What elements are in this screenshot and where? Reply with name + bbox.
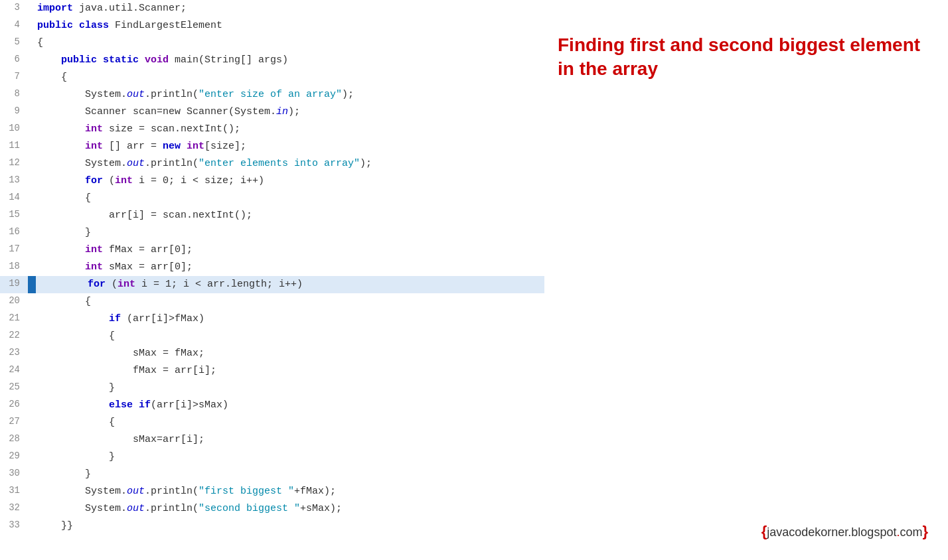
token: +fMax); bbox=[294, 486, 336, 497]
code-line: 5{ bbox=[0, 35, 544, 52]
line-marker bbox=[25, 121, 33, 138]
line-marker bbox=[25, 500, 33, 518]
line-marker bbox=[25, 173, 33, 190]
token: int bbox=[118, 279, 135, 290]
line-marker bbox=[25, 69, 33, 86]
line-number: 26 bbox=[0, 397, 25, 414]
code-line: 4public class FindLargestElement bbox=[0, 17, 544, 35]
line-content: sMax = fMax; bbox=[33, 345, 544, 362]
line-number: 13 bbox=[0, 173, 25, 190]
line-marker bbox=[25, 138, 33, 155]
line-content: if (arr[i]>fMax) bbox=[33, 311, 544, 328]
line-number: 12 bbox=[0, 155, 25, 173]
token: "first biggest " bbox=[198, 486, 294, 497]
token: { bbox=[37, 296, 91, 307]
token: fMax = arr[0]; bbox=[103, 244, 193, 255]
token: new bbox=[163, 141, 181, 152]
code-line: 25 } bbox=[0, 380, 544, 397]
line-marker bbox=[28, 276, 36, 293]
code-line: 23 sMax = fMax; bbox=[0, 345, 544, 362]
line-marker bbox=[25, 311, 33, 328]
token: sMax = arr[0]; bbox=[103, 261, 193, 273]
line-number: 6 bbox=[0, 52, 25, 69]
token: sMax = fMax; bbox=[37, 348, 204, 359]
line-marker bbox=[25, 259, 33, 276]
line-marker bbox=[25, 104, 33, 121]
token: out bbox=[127, 486, 145, 497]
line-marker bbox=[25, 328, 33, 345]
line-number: 5 bbox=[0, 35, 25, 52]
token: out bbox=[127, 89, 145, 100]
token: .println( bbox=[145, 486, 198, 497]
line-content: for (int i = 0; i < size; i++) bbox=[33, 173, 544, 190]
line-number: 14 bbox=[0, 190, 25, 207]
token: int bbox=[85, 244, 103, 255]
line-marker bbox=[25, 86, 33, 104]
token bbox=[139, 54, 145, 66]
line-marker bbox=[25, 466, 33, 483]
line-content: } bbox=[33, 380, 544, 397]
line-marker bbox=[25, 345, 33, 362]
token: } bbox=[37, 468, 91, 480]
code-line: 31 System.out.println("first biggest "+f… bbox=[0, 483, 544, 500]
watermark: {javacodekorner.blogspot.com} bbox=[558, 523, 928, 540]
code-line: 13 for (int i = 0; i < size; i++) bbox=[0, 173, 544, 190]
line-marker bbox=[25, 483, 33, 500]
line-number: 11 bbox=[0, 138, 25, 155]
line-number: 22 bbox=[0, 328, 25, 345]
watermark-text: javacodekorner.blogspot.com bbox=[767, 525, 922, 539]
token: .println( bbox=[145, 158, 198, 169]
page-title: Finding first and second biggest element… bbox=[558, 33, 928, 82]
line-number: 27 bbox=[0, 414, 25, 431]
line-content: public static void main(String[] args) bbox=[33, 52, 544, 69]
token bbox=[37, 313, 109, 324]
token: out bbox=[127, 158, 145, 169]
token: size = scan.nextInt(); bbox=[103, 123, 240, 135]
code-line: 24 fMax = arr[i]; bbox=[0, 362, 544, 380]
line-marker bbox=[25, 449, 33, 466]
token: int bbox=[85, 141, 103, 152]
line-content: else if(arr[i]>sMax) bbox=[33, 397, 544, 414]
token: ); bbox=[360, 158, 372, 169]
line-number: 18 bbox=[0, 259, 25, 276]
line-content: } bbox=[33, 449, 544, 466]
token: } bbox=[37, 382, 115, 393]
token: in bbox=[276, 106, 288, 117]
line-number: 10 bbox=[0, 121, 25, 138]
token bbox=[37, 261, 85, 273]
token: void bbox=[145, 54, 169, 66]
line-content: System.out.println("second biggest "+sMa… bbox=[33, 500, 544, 518]
line-marker bbox=[25, 207, 33, 224]
line-number: 20 bbox=[0, 293, 25, 311]
token bbox=[37, 399, 109, 411]
line-number: 32 bbox=[0, 500, 25, 518]
token: "enter size of an array" bbox=[198, 89, 342, 100]
line-number: 21 bbox=[0, 311, 25, 328]
token: }} bbox=[37, 520, 73, 531]
code-line: 20 { bbox=[0, 293, 544, 311]
token: if bbox=[139, 399, 151, 411]
code-line: 10 int size = scan.nextInt(); bbox=[0, 121, 544, 138]
token bbox=[40, 279, 88, 290]
line-marker bbox=[25, 414, 33, 431]
line-content: { bbox=[33, 293, 544, 311]
token: else bbox=[109, 399, 133, 411]
line-number: 31 bbox=[0, 483, 25, 500]
token: if bbox=[109, 313, 121, 324]
line-content: } bbox=[33, 224, 544, 242]
line-number: 23 bbox=[0, 345, 25, 362]
line-number: 7 bbox=[0, 69, 25, 86]
token bbox=[37, 244, 85, 255]
line-content: System.out.println("enter size of an arr… bbox=[33, 86, 544, 104]
token: { bbox=[37, 37, 43, 48]
code-line: 28 sMax=arr[i]; bbox=[0, 431, 544, 449]
line-number: 3 bbox=[0, 0, 25, 17]
code-line: 32 System.out.println("second biggest "+… bbox=[0, 500, 544, 518]
token: for bbox=[88, 279, 106, 290]
token: class bbox=[79, 20, 109, 31]
line-marker bbox=[25, 155, 33, 173]
token: import bbox=[37, 3, 73, 14]
line-number: 33 bbox=[0, 518, 25, 535]
line-number: 24 bbox=[0, 362, 25, 380]
token bbox=[181, 141, 187, 152]
